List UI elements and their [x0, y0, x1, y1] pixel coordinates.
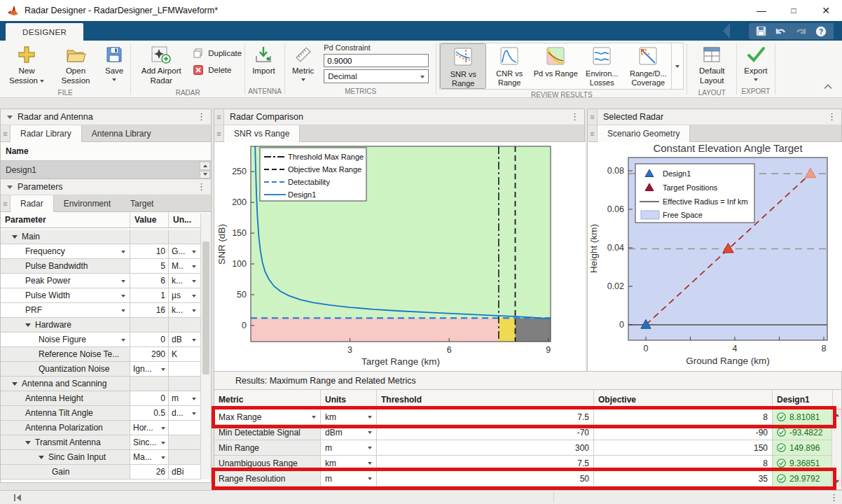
results-objective-cell[interactable]: 8	[594, 410, 773, 424]
parameter-value[interactable]: 16	[130, 303, 169, 317]
parameter-row[interactable]: Sinc Gain InputMa...	[1, 450, 200, 465]
redo-icon[interactable]	[795, 27, 807, 36]
parameter-value[interactable]: Ma...	[130, 450, 169, 464]
spin-up-button[interactable]	[200, 162, 210, 170]
parameters-scrollbar[interactable]	[200, 214, 211, 479]
metric-button[interactable]: Metric	[288, 42, 318, 85]
duplicate-button[interactable]: Duplicate	[193, 48, 242, 59]
results-units-dropdown[interactable]: km	[321, 456, 377, 470]
drag-grip-icon[interactable]: ≡	[1, 195, 11, 211]
chevron-down-icon[interactable]	[161, 368, 165, 373]
minimize-button[interactable]: —	[745, 0, 778, 21]
parameter-row[interactable]: Main	[1, 230, 200, 244]
parameter-row[interactable]: Noise Figure0dB	[1, 332, 200, 347]
tab-antenna-library[interactable]: Antenna Library	[82, 125, 161, 141]
parameter-value[interactable]: Ign...	[130, 362, 169, 376]
chevron-down-icon[interactable]	[192, 265, 196, 270]
parameter-row[interactable]: Gain26dBi	[1, 465, 200, 479]
results-row[interactable]: Max Rangekm7.588.81081	[214, 410, 841, 425]
chevron-down-icon[interactable]	[192, 412, 196, 417]
save-button[interactable]: Save	[101, 42, 127, 85]
drag-grip-icon[interactable]: ≡	[588, 109, 598, 125]
tab-snr-vs-range[interactable]: SNR vs Range	[224, 125, 300, 142]
chevron-down-icon[interactable]	[121, 251, 125, 255]
parameter-value[interactable]: 0	[130, 332, 169, 346]
parameter-value[interactable]: Sinc...	[130, 435, 169, 449]
help-icon[interactable]: ?	[815, 26, 827, 37]
chevron-down-icon[interactable]	[368, 416, 372, 421]
drag-grip-icon[interactable]: ≡	[1, 125, 11, 141]
parameter-value[interactable]: 10	[130, 244, 169, 258]
results-objective-cell[interactable]: 35	[594, 471, 773, 486]
results-threshold-cell[interactable]: -70	[377, 425, 594, 440]
chevron-down-icon[interactable]	[192, 295, 196, 300]
parameter-unit[interactable]: k...	[169, 303, 198, 317]
results-threshold-cell[interactable]: 7.5	[377, 410, 594, 424]
parameter-row[interactable]: Reference Noise Te...290K	[1, 347, 200, 362]
chevron-down-icon[interactable]	[121, 339, 125, 344]
delete-button[interactable]: Delete	[193, 64, 242, 76]
parameter-row[interactable]: Antenna and Scanning	[1, 377, 200, 391]
parameter-unit[interactable]: µs	[169, 288, 198, 302]
add-airport-radar-button[interactable]: Add Airport Radar	[134, 42, 188, 88]
snr-vs-range-button[interactable]: SNR vs Range	[440, 43, 486, 89]
results-threshold-cell[interactable]: 50	[377, 471, 594, 486]
results-row[interactable]: Unambiguous Rangekm7.589.36851	[214, 456, 841, 471]
parameter-value[interactable]: 1	[130, 288, 169, 302]
parameter-value[interactable]: 0	[130, 391, 169, 405]
collapse-caret-icon[interactable]	[39, 456, 44, 462]
chevron-down-icon[interactable]	[161, 456, 165, 461]
chevron-down-icon[interactable]	[161, 442, 165, 447]
panel-menu-icon[interactable]: ⋮	[827, 111, 836, 122]
spin-down-button[interactable]	[200, 171, 210, 179]
tab-radar[interactable]: Radar	[11, 195, 54, 212]
chevron-down-icon[interactable]	[121, 295, 125, 300]
format-dropdown[interactable]: Decimal	[324, 69, 429, 83]
tab-target[interactable]: Target	[120, 195, 163, 211]
parameter-unit[interactable]: d...	[169, 406, 198, 420]
results-units-dropdown[interactable]: m	[321, 440, 377, 455]
results-units-dropdown[interactable]: km	[321, 410, 377, 424]
scroll-up-button[interactable]	[832, 410, 841, 419]
tab-environment[interactable]: Environment	[54, 195, 120, 211]
maximize-button[interactable]: □	[778, 0, 810, 21]
collapse-caret-icon[interactable]	[7, 115, 13, 122]
parameter-row[interactable]: Peak Power6k...	[1, 274, 200, 288]
chevron-down-icon[interactable]	[192, 398, 196, 402]
default-layout-button[interactable]: Default Layout	[690, 42, 733, 88]
scrollbar-thumb[interactable]	[202, 241, 209, 374]
import-button[interactable]: Import	[248, 42, 279, 78]
parameter-row[interactable]: Frequency10G...	[1, 244, 200, 259]
chevron-down-icon[interactable]	[368, 447, 372, 451]
parameter-unit[interactable]: k...	[169, 274, 198, 288]
status-menu-icon[interactable]: ⋮	[829, 492, 838, 503]
results-row[interactable]: Min Detectable SignaldBm-70-90-93.4822	[214, 425, 841, 440]
design-list-item[interactable]: Design1	[1, 161, 211, 179]
parameter-row[interactable]: Hardware	[1, 318, 200, 332]
results-metric-cell[interactable]: Max Range	[214, 410, 321, 424]
close-button[interactable]: ✕	[810, 0, 842, 21]
chevron-down-icon[interactable]	[368, 477, 372, 482]
range-doppler-coverage-button[interactable]: Range/D... Coverage	[625, 43, 671, 89]
open-session-button[interactable]: Open Session	[52, 42, 99, 88]
drag-grip-icon[interactable]: ≡	[214, 125, 224, 141]
collapse-caret-icon[interactable]	[7, 186, 13, 192]
collapse-caret-icon[interactable]	[12, 235, 18, 241]
parameter-row[interactable]: Pulse Bandwidth5M..	[1, 259, 200, 274]
parameter-value[interactable]: 290	[130, 347, 169, 361]
chevron-down-icon[interactable]	[312, 416, 316, 421]
collapse-panel-icon[interactable]	[13, 493, 22, 502]
parameter-value[interactable]: 6	[130, 274, 169, 288]
results-row[interactable]: Min Rangem300150149.896	[214, 440, 841, 456]
results-objective-cell[interactable]: 150	[594, 440, 773, 455]
tab-designer[interactable]: DESIGNER	[6, 23, 83, 41]
parameter-value[interactable]: 26	[130, 465, 169, 479]
pd-constraint-input[interactable]	[324, 54, 429, 67]
results-threshold-cell[interactable]: 7.5	[377, 456, 594, 470]
tab-radar-library[interactable]: Radar Library	[11, 125, 82, 142]
gallery-overflow-button[interactable]	[671, 43, 683, 89]
results-units-dropdown[interactable]: m	[321, 471, 377, 486]
parameter-row[interactable]: Quantization NoiseIgn...	[1, 362, 200, 377]
panel-menu-icon[interactable]: ⋮	[197, 111, 206, 122]
parameter-row[interactable]: Pulse Width1µs	[1, 288, 200, 303]
